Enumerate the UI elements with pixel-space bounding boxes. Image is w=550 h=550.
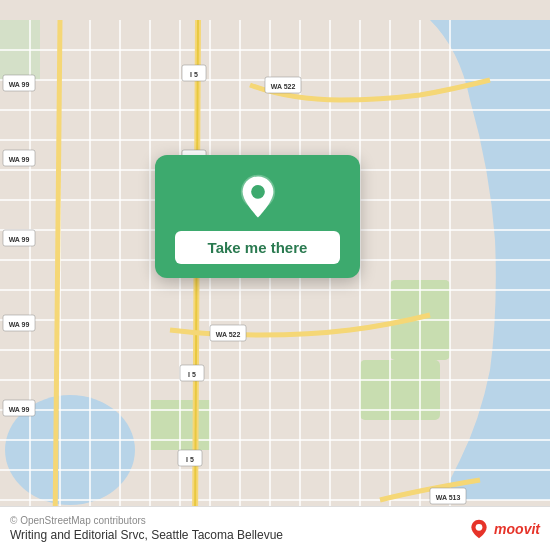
location-card: Take me there — [155, 155, 360, 278]
moovit-pin-icon — [468, 518, 490, 540]
bottom-left-info: © OpenStreetMap contributors Writing and… — [10, 515, 283, 542]
svg-text:WA 522: WA 522 — [216, 331, 241, 338]
take-me-there-button[interactable]: Take me there — [175, 231, 340, 264]
moovit-brand-text: moovit — [494, 521, 540, 537]
svg-text:WA 99: WA 99 — [9, 236, 30, 243]
bottom-bar: © OpenStreetMap contributors Writing and… — [0, 506, 550, 550]
svg-text:WA 522: WA 522 — [271, 83, 296, 90]
svg-text:WA 99: WA 99 — [9, 321, 30, 328]
moovit-logo: moovit — [468, 518, 540, 540]
svg-text:WA 513: WA 513 — [436, 494, 461, 501]
svg-text:I 5: I 5 — [190, 71, 198, 78]
svg-text:WA 99: WA 99 — [9, 156, 30, 163]
svg-rect-3 — [360, 360, 440, 420]
svg-point-68 — [476, 523, 483, 530]
svg-text:WA 99: WA 99 — [9, 406, 30, 413]
svg-text:I 5: I 5 — [188, 371, 196, 378]
location-pin-icon — [234, 173, 282, 221]
svg-text:WA 99: WA 99 — [9, 81, 30, 88]
copyright-text: © OpenStreetMap contributors — [10, 515, 283, 526]
svg-text:I 5: I 5 — [186, 456, 194, 463]
svg-point-67 — [251, 185, 265, 199]
location-title: Writing and Editorial Srvc, Seattle Taco… — [10, 528, 283, 542]
map-container: WA 99 WA 99 WA 99 WA 99 WA 99 I 5 I 5 I … — [0, 0, 550, 550]
